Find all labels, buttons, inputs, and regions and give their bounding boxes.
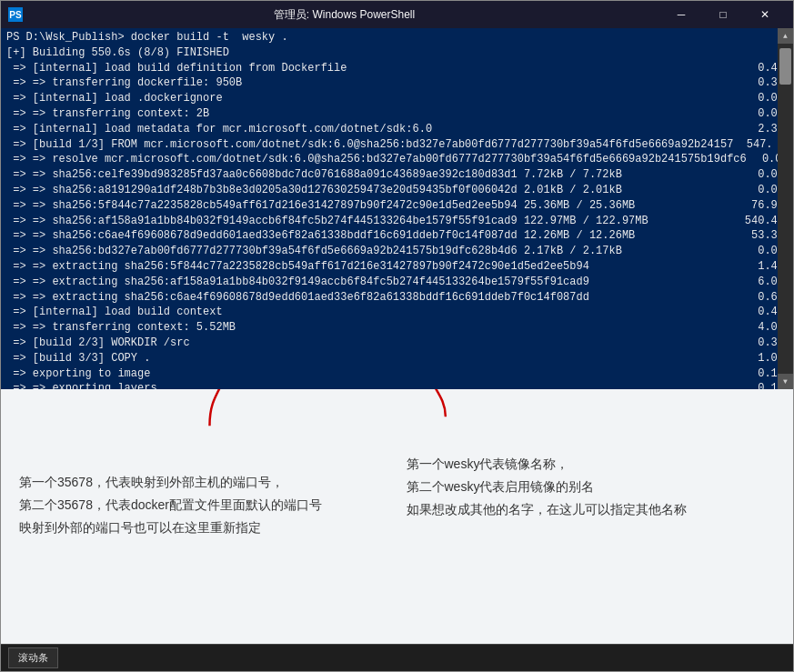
icon-label: PS bbox=[9, 10, 21, 20]
terminal-line: => => sha256:celfe39bd983285fd37aa0c6608… bbox=[6, 167, 788, 183]
terminal-output: PS D:\Wsk_Publish> docker build -t wesky… bbox=[6, 30, 788, 389]
terminal-line: => [internal] load build context 0.4s bbox=[6, 305, 788, 320]
window-icon: PS bbox=[8, 7, 23, 22]
annotation-right: 第一个wesky代表镜像名称， 第二个wesky代表启用镜像的别名 如果想改成其… bbox=[407, 398, 776, 635]
terminal-line: => => transferring context: 2B 0.0s bbox=[6, 106, 788, 122]
terminal-line: => => sha256:c6ae4f69608678d9edd601aed33… bbox=[6, 228, 788, 244]
terminal-area[interactable]: PS D:\Wsk_Publish> docker build -t wesky… bbox=[1, 28, 793, 389]
annotation-overlay: 第一个35678，代表映射到外部主机的端口号， 第二个35678，代表docke… bbox=[1, 389, 793, 644]
title-bar: PS 管理员: Windows PowerShell ─ □ ✕ bbox=[1, 1, 793, 28]
annotation-right-line1: 第一个wesky代表镜像名称， bbox=[407, 453, 776, 476]
terminal-line: => [build 1/3] FROM mcr.microsoft.com/do… bbox=[6, 137, 788, 153]
terminal-line: => => extracting sha256:c6ae4f69608678d9… bbox=[6, 290, 788, 306]
annotation-right-line2: 第二个wesky代表启用镜像的别名 bbox=[407, 476, 776, 498]
taskbar: 滚动条 bbox=[1, 644, 793, 671]
scrollbar-thumb[interactable] bbox=[779, 48, 791, 85]
annotation-left-line2: 第二个35678，代表docker配置文件里面默认的端口号 bbox=[19, 494, 388, 517]
terminal-line: => => sha256:a8191290a1df248b7b3b8e3d020… bbox=[6, 183, 788, 198]
annotation-right-line3: 如果想改成其他的名字，在这儿可以指定其他名称 bbox=[407, 498, 776, 521]
terminal-line: => [internal] load metadata for mcr.micr… bbox=[6, 122, 788, 137]
scrollbar[interactable]: ▲ ▼ bbox=[778, 28, 793, 389]
terminal-line: => => transferring context: 5.52MB 4.0s bbox=[6, 320, 788, 336]
terminal-line: => => exporting layers 0.1s bbox=[6, 381, 788, 389]
terminal-line: => => extracting sha256:af158a91a1bb84b0… bbox=[6, 275, 788, 290]
taskbar-powershell-item[interactable]: 滚动条 bbox=[8, 647, 58, 668]
window-controls: ─ □ ✕ bbox=[660, 1, 786, 28]
scrollbar-track[interactable] bbox=[778, 44, 793, 374]
terminal-line: => => transferring dockerfile: 950B 0.3s bbox=[6, 75, 788, 91]
terminal-line: => [build 2/3] WORKDIR /src 0.3s bbox=[6, 336, 788, 351]
terminal-line: => [build 3/3] COPY . 1.0s bbox=[6, 351, 788, 366]
annotation-left-line3: 映射到外部的端口号也可以在这里重新指定 bbox=[19, 517, 388, 539]
terminal-line: PS D:\Wsk_Publish> docker build -t wesky… bbox=[6, 30, 788, 45]
terminal-line: => => resolve mcr.microsoft.com/dotnet/s… bbox=[6, 152, 788, 167]
terminal-line: => [internal] load .dockerignore 0.0s bbox=[6, 91, 788, 106]
terminal-line: => exporting to image 0.1s bbox=[6, 366, 788, 382]
terminal-line: [+] Building 550.6s (8/8) FINISHED bbox=[6, 45, 788, 61]
scrollbar-up-button[interactable]: ▲ bbox=[778, 28, 793, 44]
terminal-line: => => sha256:af158a91a1bb84b032f9149accb… bbox=[6, 214, 788, 229]
annotation-left-line1: 第一个35678，代表映射到外部主机的端口号， bbox=[19, 471, 388, 494]
terminal-line: => => sha256:5f844c77a2235828cb549aff617… bbox=[6, 198, 788, 214]
terminal-line: => [internal] load build definition from… bbox=[6, 61, 788, 76]
minimize-button[interactable]: ─ bbox=[660, 1, 702, 28]
window-title: 管理员: Windows PowerShell bbox=[28, 7, 660, 23]
terminal-line: => => sha256:bd327e7ab00fd6777d277730bf3… bbox=[6, 244, 788, 259]
annotation-left: 第一个35678，代表映射到外部主机的端口号， 第二个35678，代表docke… bbox=[19, 398, 388, 635]
scrollbar-down-button[interactable]: ▼ bbox=[778, 374, 793, 389]
close-button[interactable]: ✕ bbox=[744, 1, 786, 28]
maximize-button[interactable]: □ bbox=[702, 1, 744, 28]
terminal-line: => => extracting sha256:5f844c77a2235828… bbox=[6, 259, 788, 275]
powershell-window: PS 管理员: Windows PowerShell ─ □ ✕ PS D:\W… bbox=[0, 0, 794, 672]
